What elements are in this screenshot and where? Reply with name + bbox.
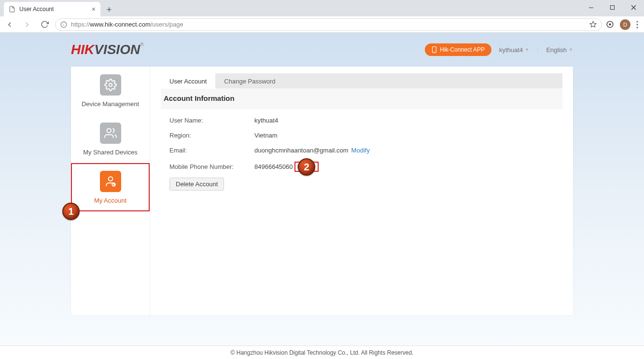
field-label: Mobile Phone Number: xyxy=(169,163,254,170)
tab-user-account[interactable]: User Account xyxy=(161,73,215,89)
tab-label: Change Password xyxy=(224,78,275,85)
svg-point-16 xyxy=(107,128,111,133)
sidebar-item-device-management[interactable]: Device Management xyxy=(71,67,150,115)
sidebar: Device Management My Shared Devices My A… xyxy=(71,67,150,315)
sidebar-item-shared-devices[interactable]: My Shared Devices xyxy=(71,115,150,163)
field-value: Vietnam xyxy=(254,132,277,139)
delete-account-button[interactable]: Delete Account xyxy=(169,178,224,191)
app-button-label: Hik-Connect APP xyxy=(440,46,485,53)
modify-email-link[interactable]: Modify xyxy=(351,147,370,154)
field-value: duonghcmnhaantoan@gmail.com xyxy=(254,147,349,154)
account-form: User Name: kythuat4 Region: Vietnam Emai… xyxy=(161,109,562,191)
main-panel: Device Management My Shared Devices My A… xyxy=(71,67,573,315)
sidebar-item-label: My Shared Devices xyxy=(83,149,138,156)
svg-point-11 xyxy=(636,24,638,25)
back-button[interactable] xyxy=(3,18,16,31)
logo[interactable]: HIKVISION® xyxy=(71,42,144,57)
svg-line-20 xyxy=(113,184,114,185)
users-icon xyxy=(100,123,121,144)
user-account-icon xyxy=(100,171,121,192)
content-tabs: User Account Change Password xyxy=(161,73,562,89)
svg-marker-7 xyxy=(590,21,596,27)
row-phone: Mobile Phone Number: 84966645060 Modify xyxy=(169,158,562,176)
field-label: Email: xyxy=(169,147,254,154)
footer: © Hangzhou Hikvision Digital Technology … xyxy=(0,345,644,359)
bookmark-icon[interactable] xyxy=(589,21,597,28)
page-icon xyxy=(9,6,15,13)
reload-button[interactable] xyxy=(38,18,51,31)
svg-rect-1 xyxy=(610,5,614,9)
hik-connect-app-button[interactable]: Hik-Connect APP xyxy=(425,43,491,56)
phone-icon xyxy=(432,46,437,53)
url-field[interactable]: https://www.hik-connect.com/users/page xyxy=(55,18,602,31)
field-value: kythuat4 xyxy=(254,117,278,124)
new-tab-button[interactable]: + xyxy=(102,3,116,16)
annotation-badge-2: 2 xyxy=(298,158,315,176)
divider: | xyxy=(537,46,538,54)
browser-chrome: User Account × + https://www.hik-connect… xyxy=(0,0,644,33)
chevron-down-icon: ▼ xyxy=(569,47,573,52)
content-area: User Account Change Password Account Inf… xyxy=(150,67,573,315)
sidebar-item-my-account[interactable]: My Account xyxy=(71,163,150,211)
close-window-button[interactable] xyxy=(623,0,644,14)
button-label: Delete Account xyxy=(176,180,218,188)
forward-button[interactable] xyxy=(20,18,34,31)
row-region: Region: Vietnam xyxy=(169,128,562,143)
annotation-badge-1: 1 xyxy=(62,203,80,220)
tab-change-password[interactable]: Change Password xyxy=(215,73,284,89)
tab-title: User Account xyxy=(19,6,88,13)
svg-point-12 xyxy=(636,27,638,28)
header-language: English xyxy=(546,46,567,54)
sidebar-item-label: Device Management xyxy=(82,100,139,108)
minimize-button[interactable] xyxy=(580,0,602,14)
browser-menu-icon[interactable] xyxy=(636,21,638,28)
extension-icon[interactable] xyxy=(606,20,614,28)
chevron-down-icon: ▼ xyxy=(525,47,529,52)
section-title: Account Information xyxy=(161,88,562,109)
site-info-icon[interactable] xyxy=(60,21,67,28)
profile-avatar[interactable]: D xyxy=(620,19,630,30)
gear-icon xyxy=(100,74,121,96)
svg-point-9 xyxy=(609,23,611,25)
footer-text: © Hangzhou Hikvision Digital Technology … xyxy=(231,349,414,356)
language-dropdown[interactable]: English ▼ xyxy=(546,46,573,54)
row-username: User Name: kythuat4 xyxy=(169,113,562,128)
tab-label: User Account xyxy=(169,78,207,85)
field-label: Region: xyxy=(169,132,254,139)
sidebar-item-label: My Account xyxy=(94,197,126,204)
close-tab-icon[interactable]: × xyxy=(92,5,96,13)
svg-point-10 xyxy=(636,21,638,22)
browser-tab[interactable]: User Account × xyxy=(4,2,100,16)
header-username: kythuat4 xyxy=(499,46,523,54)
svg-point-15 xyxy=(109,83,112,86)
window-controls xyxy=(580,0,644,14)
site-header: HIKVISION® Hik-Connect APP kythuat4 ▼ | … xyxy=(71,33,573,67)
field-value: 84966645060 xyxy=(254,163,293,170)
maximize-button[interactable] xyxy=(602,0,623,14)
url-text: https://www.hik-connect.com/users/page xyxy=(71,21,183,28)
username-dropdown[interactable]: kythuat4 ▼ xyxy=(499,46,529,54)
field-label: User Name: xyxy=(169,117,254,124)
page-body: HIKVISION® Hik-Connect APP kythuat4 ▼ | … xyxy=(0,33,644,345)
svg-point-17 xyxy=(108,177,112,181)
address-bar: https://www.hik-connect.com/users/page D xyxy=(0,16,644,33)
tab-bar: User Account × + xyxy=(0,0,644,16)
row-email: Email: duonghcmnhaantoan@gmail.com Modif… xyxy=(169,143,562,158)
